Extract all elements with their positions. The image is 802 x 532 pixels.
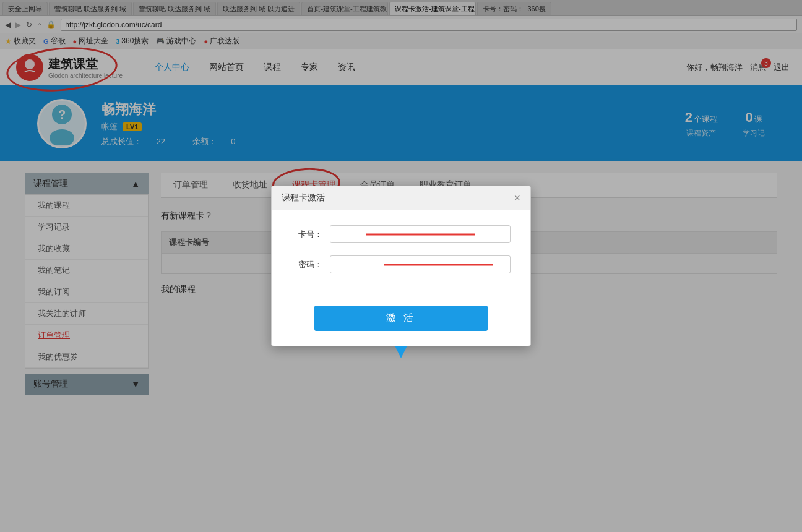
password-input-wrapper bbox=[330, 255, 511, 273]
modal-body: 卡号： 密码： bbox=[272, 210, 530, 301]
modal-close-button[interactable]: × bbox=[514, 192, 520, 204]
form-row-card-no: 卡号： bbox=[291, 225, 511, 243]
modal-header: 课程卡激活 × bbox=[272, 186, 530, 210]
modal-footer: 激 活 bbox=[272, 301, 530, 346]
card-no-input-wrapper bbox=[330, 225, 511, 243]
form-row-password: 密码： bbox=[291, 255, 511, 273]
modal-overlay: 课程卡激活 × 卡号： 密码： 激 活 bbox=[0, 0, 802, 412]
password-input[interactable] bbox=[330, 255, 511, 273]
password-label: 密码： bbox=[291, 259, 322, 270]
modal-arrow bbox=[395, 346, 407, 358]
modal-title: 课程卡激活 bbox=[282, 192, 325, 204]
card-no-input[interactable] bbox=[330, 225, 511, 243]
card-activation-modal: 课程卡激活 × 卡号： 密码： 激 活 bbox=[271, 186, 531, 346]
activate-button[interactable]: 激 活 bbox=[314, 306, 488, 331]
card-no-label: 卡号： bbox=[291, 229, 322, 240]
